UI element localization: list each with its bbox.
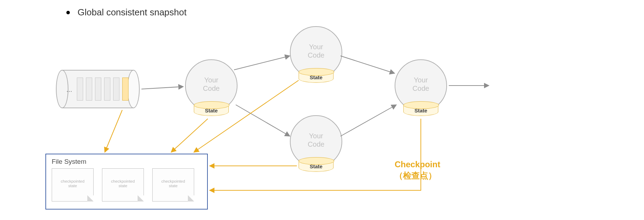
record-bar: [77, 78, 83, 101]
doc-line1: checkpointed: [153, 179, 194, 184]
checkpoint-label-line2: （检查点）: [395, 170, 440, 181]
operator-label-line1: Your: [291, 132, 342, 140]
state-disk-4: State: [403, 101, 438, 117]
checkpoint-docs-row: checkpointed state checkpointed state ch…: [52, 168, 202, 201]
page-fold-icon: [87, 195, 94, 201]
record-bar: [104, 78, 110, 101]
operator-label-line2: Code: [291, 140, 342, 148]
source-record-bars: [77, 78, 129, 101]
state-label: State: [299, 74, 334, 80]
checkpoint-doc: checkpointed state: [102, 168, 144, 201]
flow-arrow: [341, 56, 395, 73]
flow-arrow: [236, 105, 290, 136]
operator-label-line2: Code: [395, 84, 446, 93]
flow-arrow: [141, 87, 183, 89]
file-system-title: File System: [52, 158, 202, 166]
doc-line2: state: [102, 184, 144, 188]
record-bar: [86, 78, 92, 101]
file-system-box: File System checkpointed state checkpoin…: [45, 154, 208, 210]
checkpoint-label-line1: Checkpoint: [395, 159, 440, 170]
record-bar: [113, 78, 119, 101]
flow-arrow: [234, 56, 290, 70]
doc-line1: checkpointed: [102, 179, 144, 184]
checkpoint-doc: checkpointed state: [52, 168, 94, 201]
operator-label-line2: Code: [186, 84, 237, 93]
state-disk-3: State: [299, 157, 334, 173]
state-disk-1: State: [194, 101, 229, 117]
bullet-icon: [66, 11, 70, 14]
diagram-title-row: Global consistent snapshot: [66, 7, 186, 18]
operator-label-line2: Code: [291, 51, 342, 59]
checkpoint-arrow: [105, 110, 122, 152]
checkpoint-doc: checkpointed state: [152, 168, 194, 201]
doc-line2: state: [153, 184, 194, 188]
state-label: State: [299, 163, 334, 169]
operator-label-line1: Your: [291, 43, 342, 51]
source-stream: ...: [56, 70, 140, 108]
operator-label-line1: Your: [395, 76, 446, 84]
operator-label-line1: Your: [186, 76, 237, 84]
record-bar-current: [122, 78, 129, 101]
diagram-title: Global consistent snapshot: [78, 7, 186, 18]
page-fold-icon: [188, 195, 194, 201]
record-bar: [95, 78, 101, 101]
state-label: State: [194, 108, 229, 113]
doc-line2: state: [52, 184, 93, 188]
doc-line1: checkpointed: [52, 179, 93, 184]
state-disk-2: State: [299, 68, 334, 84]
page-fold-icon: [138, 195, 144, 201]
checkpoint-arrow: [171, 119, 208, 152]
checkpoint-callout: Checkpoint （检查点）: [395, 159, 440, 181]
flow-arrow: [341, 105, 396, 136]
state-label: State: [403, 108, 438, 113]
source-ellipsis: ...: [66, 86, 72, 94]
